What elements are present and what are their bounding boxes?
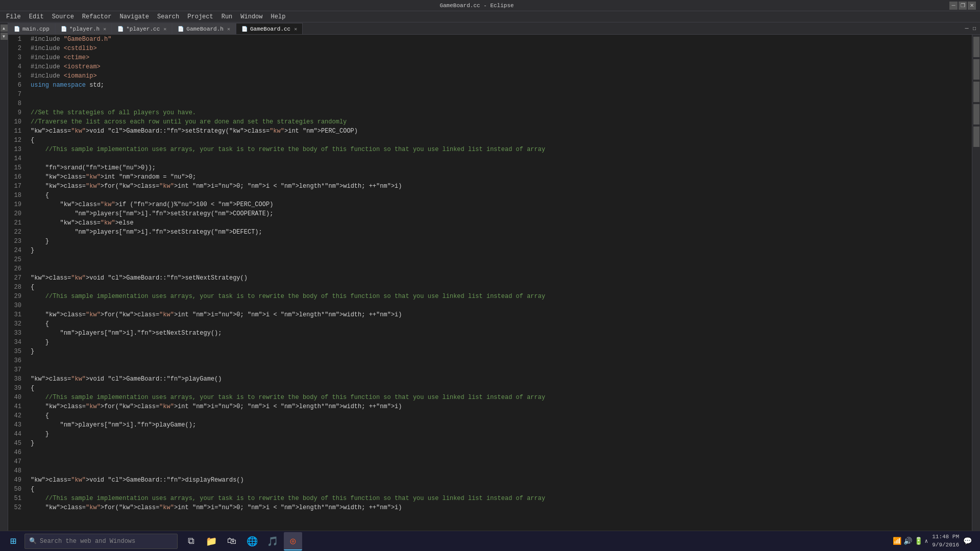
code-line[interactable]: {	[31, 319, 970, 329]
code-line[interactable]	[31, 154, 970, 163]
side-btn-2[interactable]: ▼	[1, 33, 8, 40]
code-line[interactable]: }	[31, 439, 970, 448]
tab-gameboard-h[interactable]: 📄 GameBoard.h ✕	[172, 23, 236, 34]
code-line[interactable]: "kw">class="kw">void "cl">GameBoard::"fn…	[31, 273, 970, 283]
tab-player-h[interactable]: 📄 *player.h ✕	[55, 23, 112, 34]
tab-main-cpp[interactable]: 📄 main.cpp	[8, 23, 55, 34]
right-panel-btn-3[interactable]	[973, 82, 979, 102]
code-line[interactable]: "kw">class="kw">for("kw">class="kw">int …	[31, 182, 970, 191]
minimize-button[interactable]: ─	[949, 2, 958, 10]
network-icon[interactable]: 📶	[893, 537, 901, 545]
media-button[interactable]: 🎵	[263, 532, 282, 550]
sound-icon[interactable]: 🔊	[903, 537, 912, 545]
code-line[interactable]: //Traverse the list across each row unti…	[31, 117, 970, 127]
code-line[interactable]: "fn">srand("fn">time("nu">0));	[31, 163, 970, 172]
code-line[interactable]: "kw">class="kw">for("kw">class="kw">int …	[31, 310, 970, 319]
right-panel-btn-4[interactable]	[973, 104, 979, 124]
code-line[interactable]: {	[31, 411, 970, 420]
chrome-button[interactable]: 🌐	[243, 532, 261, 550]
menu-source[interactable]: Source	[48, 11, 78, 22]
code-line[interactable]	[31, 457, 970, 466]
right-panel-btn-1[interactable]	[973, 37, 979, 57]
menu-search[interactable]: Search	[153, 11, 183, 22]
taskbar-time[interactable]: 11:48 PM 9/9/2016	[932, 533, 959, 549]
code-line[interactable]: "kw">class="kw">if ("fn">rand()%"nu">100…	[31, 200, 970, 209]
battery-icon[interactable]: 🔋	[914, 537, 923, 545]
code-line[interactable]: "kw">class="kw">for("kw">class="kw">int …	[31, 503, 970, 512]
store-button[interactable]: 🛍	[223, 532, 241, 550]
tab-player-cc[interactable]: 📄 *player.cc ✕	[112, 23, 172, 34]
eclipse-button[interactable]: ◎	[284, 532, 302, 550]
action-center-icon[interactable]: 💬	[963, 537, 972, 545]
menu-help[interactable]: Help	[267, 11, 290, 22]
code-line[interactable]: #include <iomanip>	[31, 71, 970, 81]
menu-run[interactable]: Run	[217, 11, 237, 22]
code-line[interactable]: {	[31, 384, 970, 393]
code-line[interactable]	[31, 466, 970, 475]
code-line[interactable]	[31, 301, 970, 310]
line-number: 52	[8, 503, 24, 512]
code-line[interactable]: //This sample implementation uses arrays…	[31, 292, 970, 301]
code-line[interactable]: //This sample implementation uses arrays…	[31, 494, 970, 503]
code-line[interactable]	[31, 365, 970, 374]
menu-project[interactable]: Project	[183, 11, 217, 22]
code-line[interactable]	[31, 448, 970, 457]
code-line[interactable]	[31, 255, 970, 264]
code-line[interactable]: }	[31, 430, 970, 439]
code-line[interactable]: "kw">class="kw">void "cl">GameBoard::"fn…	[31, 127, 970, 136]
code-line[interactable]: #include "GameBoard.h"	[31, 35, 970, 44]
menu-file[interactable]: File	[2, 11, 25, 22]
code-line[interactable]: //This sample implementation uses arrays…	[31, 145, 970, 154]
code-line[interactable]: //This sample implementation uses arrays…	[31, 393, 970, 402]
code-line[interactable]: #include <iostream>	[31, 62, 970, 71]
code-line[interactable]: {	[31, 191, 970, 200]
code-line[interactable]: "nm">players["nm">i]."fn">setNextStrateg…	[31, 329, 970, 338]
file-explorer-button[interactable]: 📁	[202, 532, 220, 550]
code-line[interactable]	[31, 264, 970, 273]
tab-close-player-h[interactable]: ✕	[103, 26, 106, 32]
minimize-editor-button[interactable]: ─	[963, 25, 970, 32]
code-line[interactable]: using namespace std;	[31, 81, 970, 90]
code-line[interactable]	[31, 356, 970, 365]
tab-gameboard-cc[interactable]: 📄 GameBoard.cc ✕	[236, 23, 303, 34]
code-line[interactable]: "nm">players["nm">i]."fn">setStrategy("n…	[31, 209, 970, 218]
tab-close-player-cc[interactable]: ✕	[163, 26, 166, 32]
side-btn-1[interactable]: ▲	[1, 24, 8, 32]
menu-refactor[interactable]: Refactor	[78, 11, 116, 22]
code-line[interactable]: }	[31, 237, 970, 246]
task-view-button[interactable]: ⧉	[182, 532, 200, 550]
tab-close-gameboard-h[interactable]: ✕	[227, 26, 230, 32]
code-line[interactable]: {	[31, 485, 970, 494]
menu-navigate[interactable]: Navigate	[115, 11, 153, 22]
code-line[interactable]: "kw">class="kw">int "nm">random = "nu">0…	[31, 172, 970, 182]
code-line[interactable]: #include <cstdlib>	[31, 44, 970, 53]
code-line[interactable]: "kw">class="kw">void "cl">GameBoard::"fn…	[31, 475, 970, 485]
code-line[interactable]: "kw">class="kw">void "cl">GameBoard::"fn…	[31, 374, 970, 384]
code-line[interactable]: "kw">class="kw">else	[31, 218, 970, 228]
code-line[interactable]	[31, 90, 970, 99]
code-line[interactable]: {	[31, 283, 970, 292]
code-line[interactable]	[31, 99, 970, 108]
code-line[interactable]: #include <ctime>	[31, 53, 970, 62]
right-panel-btn-5[interactable]	[973, 127, 979, 147]
maximize-editor-button[interactable]: □	[971, 25, 978, 32]
code-content[interactable]: #include "GameBoard.h"#include <cstdlib>…	[29, 35, 972, 540]
menu-window[interactable]: Window	[236, 11, 266, 22]
code-line[interactable]: }	[31, 338, 970, 347]
code-line[interactable]: //Set the strategies of all players you …	[31, 108, 970, 117]
menu-bar: File Edit Source Refactor Navigate Searc…	[0, 11, 980, 22]
restore-button[interactable]: ❐	[959, 2, 967, 10]
code-line[interactable]: "nm">players["nm">i]."fn">playGame();	[31, 420, 970, 430]
code-line[interactable]: }	[31, 347, 970, 356]
start-button[interactable]: ⊞	[4, 532, 22, 550]
code-line[interactable]: "nm">players["nm">i]."fn">setStrategy("n…	[31, 228, 970, 237]
close-button[interactable]: ✕	[968, 2, 976, 10]
code-line[interactable]: "kw">class="kw">for("kw">class="kw">int …	[31, 402, 970, 411]
right-panel-btn-2[interactable]	[973, 59, 979, 80]
tab-close-gameboard-cc[interactable]: ✕	[294, 26, 297, 32]
code-line[interactable]: {	[31, 136, 970, 145]
taskbar-search[interactable]: 🔍 Search the web and Windows	[24, 534, 178, 549]
code-line[interactable]: }	[31, 246, 970, 255]
menu-edit[interactable]: Edit	[25, 11, 48, 22]
show-hidden-icon[interactable]: ∧	[925, 538, 928, 544]
